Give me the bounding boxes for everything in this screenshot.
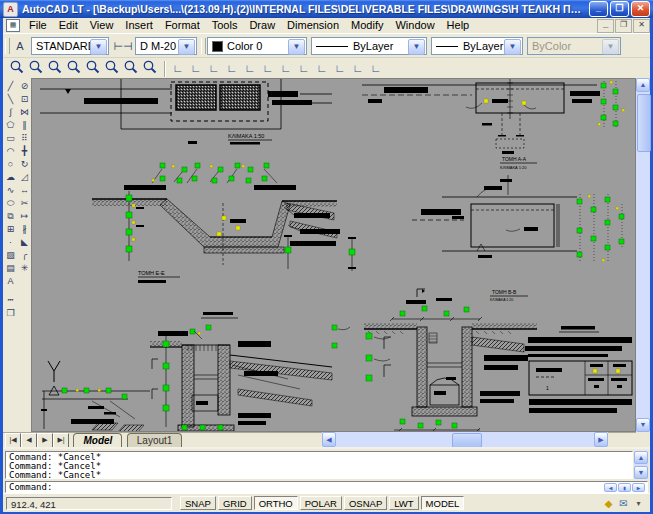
stretch-icon[interactable]: ↔ — [18, 184, 31, 197]
linetype-combo[interactable]: ByLayer ▼ — [311, 37, 427, 55]
point-icon[interactable]: · — [4, 236, 17, 249]
drawing-canvas[interactable]: .g{fill:#00dc00;stroke:#005a00;stroke-wi… — [31, 78, 636, 432]
ortho-toggle[interactable]: ORTHO — [254, 496, 298, 510]
menu-edit[interactable]: Edit — [53, 19, 84, 31]
menu-modify[interactable]: Modify — [345, 19, 389, 31]
offset-icon[interactable]: ∥ — [18, 119, 31, 132]
command-input[interactable]: Command: ◀ ▮ ▶ — [5, 481, 648, 493]
command-scrollbar[interactable]: ▲ ▼ — [634, 451, 648, 479]
circle-icon[interactable]: ○ — [4, 158, 17, 171]
minimize-button[interactable]: _ — [589, 1, 608, 17]
menu-tools[interactable]: Tools — [206, 19, 244, 31]
ucs-zaxis-icon[interactable]: ∟ — [259, 60, 277, 78]
scale-icon[interactable]: ◿ — [18, 171, 31, 184]
linetype-manager-icon[interactable]: ┅ — [4, 294, 17, 307]
gradient-icon[interactable]: ▤ — [4, 262, 17, 275]
chevron-down-icon[interactable]: ▼ — [408, 39, 425, 55]
mirror-icon[interactable]: ⋈ — [18, 106, 31, 119]
scroll-down-icon[interactable]: ▼ — [636, 418, 650, 432]
menu-insert[interactable]: Insert — [119, 19, 159, 31]
zoom-in-icon[interactable] — [83, 59, 102, 77]
scroll-up-icon[interactable]: ▲ — [634, 451, 648, 464]
zoom-center-icon[interactable] — [64, 59, 83, 77]
communication-center-icon[interactable]: ✉ — [616, 498, 631, 509]
color-combo[interactable]: Color 0 ▼ — [207, 37, 307, 55]
zoom-window-icon[interactable] — [7, 59, 26, 77]
fillet-icon[interactable]: ╭ — [18, 249, 31, 262]
scroll-left-icon[interactable]: ◀ — [604, 483, 617, 492]
maximize-button[interactable]: ❐ — [610, 1, 629, 17]
zoom-scale-icon[interactable] — [45, 59, 64, 77]
erase-icon[interactable]: ⊘ — [18, 80, 31, 93]
tab-nav-next[interactable]: ▶ — [37, 433, 53, 448]
horizontal-scrollbar[interactable]: ◀ ▶ — [322, 432, 608, 447]
scroll-left-icon[interactable]: ◀ — [322, 432, 336, 447]
dim-style-icon[interactable]: ⊢⊣ — [113, 37, 133, 55]
model-toggle[interactable]: MODEL — [421, 496, 465, 510]
ucs-face-icon[interactable]: ∟ — [205, 60, 223, 78]
move-icon[interactable]: ╋ — [18, 145, 31, 158]
toolbar-grip[interactable] — [201, 38, 206, 54]
lineweight-combo[interactable]: ByLayer ▼ — [431, 37, 523, 55]
ucs-object-icon[interactable]: ∟ — [187, 60, 205, 78]
chevron-down-icon[interactable]: ▼ — [288, 39, 305, 55]
line-icon[interactable]: ╱ — [4, 80, 17, 93]
polygon-icon[interactable]: ⬠ — [4, 119, 17, 132]
snap-toggle[interactable]: SNAP — [180, 496, 216, 510]
menu-draw[interactable]: Draw — [243, 19, 281, 31]
ucs-world-icon[interactable]: ∟ — [169, 60, 187, 78]
copy-icon[interactable]: ⊡ — [18, 93, 31, 106]
spline-icon[interactable]: ∿ — [4, 184, 17, 197]
chevron-down-icon[interactable]: ▼ — [504, 39, 521, 55]
dim-style-combo[interactable]: D M-20 ▼ — [135, 37, 197, 55]
coordinate-display[interactable]: 912.4, 421 — [6, 497, 172, 510]
associated-standards-icon[interactable]: ◆ — [601, 498, 616, 509]
document-icon[interactable]: ▦ — [6, 19, 20, 32]
ucs-z-icon[interactable]: ∟ — [331, 60, 349, 78]
grid-toggle[interactable]: GRID — [218, 496, 252, 510]
vertical-scroll-thumb[interactable] — [637, 94, 651, 152]
trim-icon[interactable]: ✂ — [18, 197, 31, 210]
scroll-down-icon[interactable]: ▼ — [634, 466, 648, 479]
ucs-view-icon[interactable]: ∟ — [223, 60, 241, 78]
zoom-out-icon[interactable] — [102, 59, 121, 77]
child-close-button[interactable]: ✕ — [633, 19, 650, 33]
hatch-icon[interactable]: ▨ — [4, 249, 17, 262]
horizontal-scroll-thumb[interactable] — [452, 433, 482, 448]
zoom-extents-icon[interactable] — [140, 59, 159, 77]
rotate-icon[interactable]: ↻ — [18, 158, 31, 171]
text-style-combo[interactable]: STANDARD ▼ — [31, 37, 109, 55]
osnap-toggle[interactable]: OSNAP — [344, 496, 387, 510]
tray-arrow-icon[interactable]: ▾ — [631, 499, 646, 508]
command-hscroll-thumb[interactable]: ▮ — [618, 483, 631, 492]
ucs-origin-icon[interactable]: ∟ — [241, 60, 259, 78]
tab-model[interactable]: Model — [73, 433, 122, 448]
chevron-down-icon[interactable]: ▼ — [90, 39, 107, 55]
vertical-scrollbar[interactable]: ▲ ▼ — [636, 78, 650, 432]
tab-nav-prev[interactable]: ◀ — [21, 433, 37, 448]
break-icon[interactable]: ∦ — [18, 223, 31, 236]
arc-icon[interactable]: ◠ — [4, 145, 17, 158]
zoom-dynamic-icon[interactable] — [26, 59, 45, 77]
explode-icon[interactable]: ✳ — [18, 262, 31, 275]
tab-nav-first[interactable]: |◀ — [5, 433, 21, 448]
menu-dimension[interactable]: Dimension — [281, 19, 345, 31]
polyline-icon[interactable]: ∫ — [4, 106, 17, 119]
tab-layout1[interactable]: Layout1 — [127, 433, 183, 448]
polar-toggle[interactable]: POLAR — [300, 496, 342, 510]
ucs-apply-icon[interactable]: ∟ — [349, 60, 367, 78]
menu-file[interactable]: File — [23, 19, 53, 31]
chevron-down-icon[interactable]: ▼ — [178, 39, 195, 55]
zoom-all-icon[interactable] — [121, 59, 140, 77]
construction-line-icon[interactable]: ╲ — [4, 93, 17, 106]
scroll-right-icon[interactable]: ▶ — [594, 432, 608, 447]
command-history[interactable]: Command: *Cancel*Command: *Cancel*Comman… — [5, 451, 633, 479]
close-button[interactable]: ✕ — [631, 1, 650, 17]
insert-block-icon[interactable]: ⧉ — [4, 210, 17, 223]
scroll-right-icon[interactable]: ▶ — [632, 483, 645, 492]
menu-window[interactable]: Window — [389, 19, 440, 31]
ucs-previous-icon[interactable]: ∟ — [367, 60, 385, 78]
child-minimize-button[interactable]: ＿ — [597, 19, 614, 33]
extend-icon[interactable]: ↦ — [18, 210, 31, 223]
array-icon[interactable]: ⠿ — [18, 132, 31, 145]
